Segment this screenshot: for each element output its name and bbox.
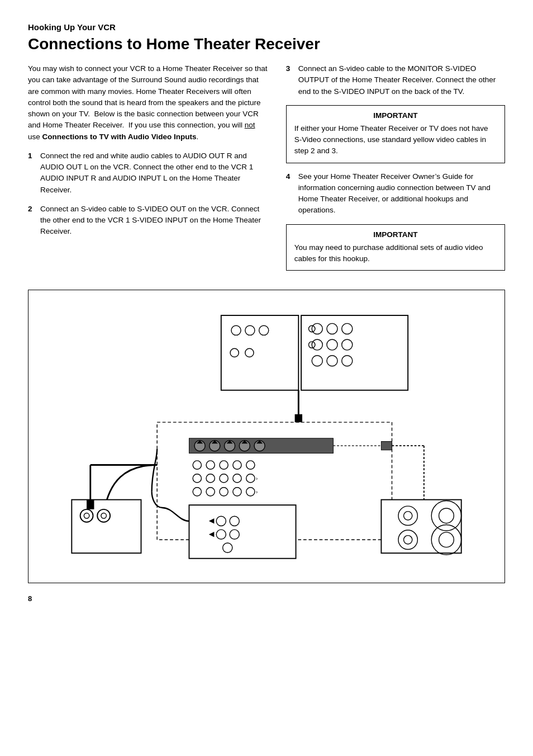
step-4-text: See your Home Theater Receiver Owner’s G… [298, 171, 505, 216]
right-step-list-2: 4 See your Home Theater Receiver Owner’s… [286, 171, 505, 216]
svg-rect-56 [87, 500, 94, 509]
important-box-1: IMPORTANT If either your Home Theater Re… [286, 105, 505, 163]
important-box-2-title: IMPORTANT [294, 230, 497, 239]
svg-rect-67 [381, 500, 461, 554]
step-1-num: 1 [28, 150, 36, 196]
important-box-2-text: You may need to purchase additional sets… [294, 242, 497, 265]
left-column: You may wish to connect your VCR to a Ho… [28, 63, 269, 278]
right-column: 3 Connect an S-video cable to the MONITO… [286, 63, 505, 278]
step-3-text: Connect an S-video cable to the MONITOR … [298, 63, 505, 97]
svg-rect-51 [72, 500, 141, 554]
step-2: 2 Connect an S-video cable to S-VIDEO OU… [28, 204, 269, 238]
step-2-text: Connect an S-video cable to S-VIDEO OUT … [40, 204, 269, 238]
svg-rect-33 [381, 442, 392, 450]
important-box-1-text: If either your Home Theater Receiver or … [294, 123, 497, 157]
diagram-area: › › [28, 290, 505, 583]
step-1-text: Connect the red and white audio cables t… [40, 150, 269, 196]
intro-text: You may wish to connect your VCR to a Ho… [28, 63, 269, 143]
subtitle: Hooking Up Your VCR [28, 22, 505, 32]
step-2-num: 2 [28, 204, 36, 238]
page-number: 8 [28, 594, 505, 603]
svg-text:›: › [256, 475, 258, 481]
step-3-num: 3 [286, 63, 294, 97]
right-step-list: 3 Connect an S-video cable to the MONITO… [286, 63, 505, 97]
important-box-2: IMPORTANT You may need to purchase addit… [286, 224, 505, 271]
step-4-num: 4 [286, 171, 294, 216]
important-box-1-title: IMPORTANT [294, 111, 497, 120]
svg-rect-0 [301, 315, 408, 390]
step-1: 1 Connect the red and white audio cables… [28, 150, 269, 196]
step-4: 4 See your Home Theater Receiver Owner’s… [286, 171, 505, 216]
step-list: 1 Connect the red and white audio cables… [28, 150, 269, 238]
svg-rect-59 [189, 505, 296, 559]
svg-text:›: › [256, 489, 258, 495]
connection-diagram: › › [40, 301, 493, 570]
step-3: 3 Connect an S-video cable to the MONITO… [286, 63, 505, 97]
content-area: You may wish to connect your VCR to a Ho… [28, 63, 505, 278]
main-title: Connections to Home Theater Receiver [28, 35, 505, 53]
